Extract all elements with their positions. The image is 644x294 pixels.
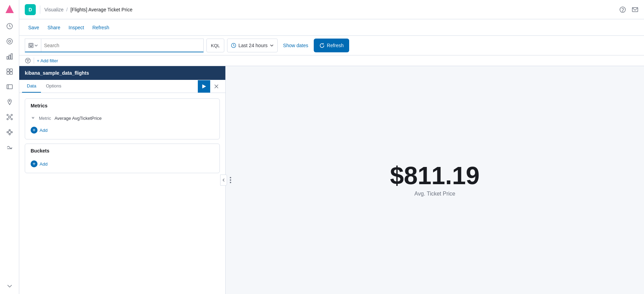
metric-chevron-icon: [31, 115, 35, 121]
svg-rect-13: [7, 85, 12, 89]
metric-display: $811.19 Avg. Ticket Price: [390, 163, 480, 197]
svg-rect-10: [10, 69, 12, 71]
svg-point-19: [7, 118, 8, 120]
show-dates-button[interactable]: Show dates: [280, 43, 311, 48]
svg-line-22: [10, 116, 10, 117]
sidebar-item-visualize[interactable]: [3, 50, 17, 63]
svg-point-20: [11, 118, 12, 120]
index-pattern-name: kibana_sample_data_flights: [25, 70, 89, 76]
sidebar-item-canvas[interactable]: [3, 80, 17, 94]
svg-rect-6: [7, 56, 8, 59]
svg-point-32: [622, 11, 623, 11]
svg-point-25: [8, 131, 11, 134]
svg-rect-34: [29, 43, 33, 48]
sidebar-item-ml[interactable]: [3, 125, 17, 139]
svg-rect-9: [7, 69, 9, 71]
svg-marker-43: [202, 84, 206, 88]
chevron-left-icon: [222, 178, 225, 182]
dot-1: [230, 177, 231, 178]
left-panel: kibana_sample_data_flights Data Options: [19, 66, 226, 294]
add-filter-button[interactable]: + Add filter: [37, 58, 58, 63]
search-input[interactable]: [41, 43, 203, 48]
add-icon: +: [31, 127, 37, 134]
metric-value-label: Average AvgTicketPrice: [54, 116, 101, 121]
svg-point-5: [9, 40, 11, 42]
play-icon: [202, 84, 206, 89]
svg-point-28: [7, 132, 8, 133]
svg-line-23: [9, 118, 9, 118]
svg-rect-8: [11, 54, 12, 59]
filter-options-icon[interactable]: [25, 57, 31, 64]
refresh-btn-label: Refresh: [327, 43, 344, 48]
clock-icon: [231, 43, 236, 48]
metric-row-0[interactable]: Metric Average AvgTicketPrice: [25, 113, 219, 124]
sidebar-item-graph[interactable]: [3, 110, 17, 124]
metrics-title: Metrics: [25, 99, 219, 113]
breadcrumb-title: [Flights] Average Ticket Price: [71, 7, 132, 12]
share-button[interactable]: Share: [44, 23, 64, 32]
app-logo[interactable]: [3, 3, 16, 15]
time-dropdown-icon: [270, 43, 274, 48]
refresh-icon: [319, 43, 325, 48]
svg-point-26: [9, 129, 10, 131]
metrics-add-button[interactable]: + Add: [25, 124, 53, 136]
metric-subtitle: Avg. Ticket Price: [390, 191, 480, 197]
metrics-section: Metrics Metric Average AvgTicketPrice +: [25, 98, 220, 139]
breadcrumb-visualize[interactable]: Visualize: [44, 7, 64, 12]
save-search-icon: [28, 42, 34, 49]
sidebar-item-observability[interactable]: [3, 140, 17, 154]
buckets-section: Buckets + Add: [25, 144, 220, 173]
inspect-button[interactable]: Inspect: [65, 23, 87, 32]
panel-tabs: Data Options: [19, 80, 225, 93]
panel-header: kibana_sample_data_flights: [19, 66, 225, 80]
svg-point-18: [11, 114, 12, 116]
save-button[interactable]: Save: [25, 23, 43, 32]
kql-toggle-button[interactable]: KQL: [206, 39, 224, 52]
topbar-icons: [619, 6, 638, 13]
right-panel: $811.19 Avg. Ticket Price: [226, 66, 644, 294]
sidebar-item-discover[interactable]: [3, 34, 17, 48]
panel-body: Metrics Metric Average AvgTicketPrice +: [19, 93, 225, 294]
toolbar-refresh-button[interactable]: Refresh: [89, 23, 112, 32]
dot-3: [230, 182, 231, 183]
breadcrumb-separator: /: [66, 7, 68, 12]
metric-type-label: Metric: [39, 116, 51, 121]
main-content: D Visualize / [Flights] Average Ticket P…: [19, 0, 644, 294]
collapse-panel-button[interactable]: [220, 175, 227, 186]
sidebar-collapse-btn[interactable]: [3, 280, 17, 291]
metric-big-value: $811.19: [390, 163, 480, 188]
visualization-options-button[interactable]: [228, 176, 233, 185]
filter-divider: [34, 57, 34, 64]
time-range-selector[interactable]: Last 24 hours: [227, 39, 278, 52]
svg-line-21: [9, 116, 9, 117]
svg-rect-11: [7, 72, 9, 74]
sidebar-item-dashboard[interactable]: [3, 65, 17, 78]
refresh-button[interactable]: Refresh: [314, 39, 349, 52]
buckets-add-button[interactable]: + Add: [25, 158, 53, 170]
help-icon[interactable]: [619, 6, 626, 13]
dot-2: [230, 179, 231, 181]
sidebar-item-recent[interactable]: [3, 19, 17, 33]
toolbar: Save Share Inspect Refresh: [19, 19, 644, 36]
user-avatar[interactable]: D: [25, 4, 36, 15]
dropdown-chevron-icon: [34, 43, 38, 48]
svg-line-24: [10, 118, 10, 118]
mail-icon[interactable]: [632, 6, 638, 13]
topbar: D Visualize / [Flights] Average Ticket P…: [19, 0, 644, 19]
svg-rect-7: [9, 55, 10, 59]
svg-point-17: [7, 114, 8, 116]
tab-options[interactable]: Options: [41, 80, 66, 93]
topbar-divider: [40, 6, 40, 14]
run-button[interactable]: [198, 80, 210, 93]
close-panel-button[interactable]: [210, 80, 223, 93]
tab-data[interactable]: Data: [22, 80, 41, 93]
sidebar: [0, 0, 19, 294]
add-filter-bar: + Add filter: [19, 55, 644, 66]
svg-rect-12: [10, 72, 12, 74]
breadcrumb: Visualize / [Flights] Average Ticket Pri…: [44, 7, 615, 12]
sidebar-item-maps[interactable]: [3, 95, 17, 109]
filterbar: KQL Last 24 hours Show dates Refresh: [19, 36, 644, 55]
buckets-title: Buckets: [25, 144, 219, 158]
svg-point-4: [7, 39, 12, 44]
search-options-button[interactable]: [25, 39, 41, 52]
